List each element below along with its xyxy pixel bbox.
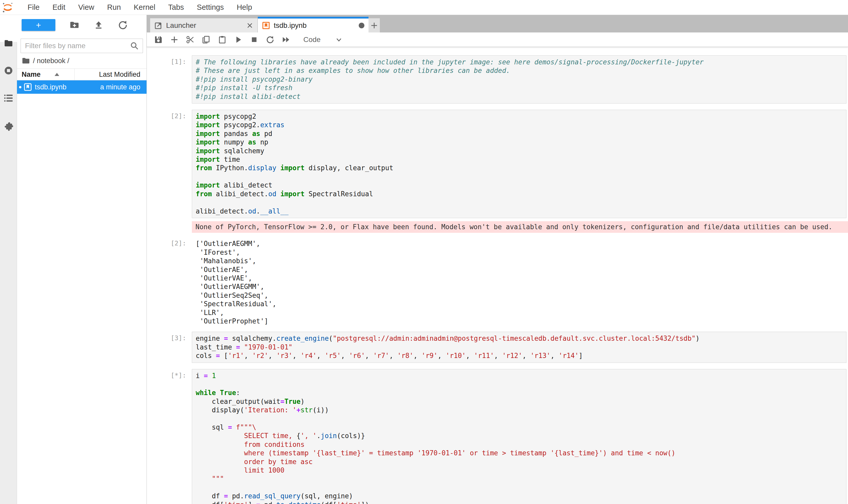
menu-file[interactable]: File [21,3,46,12]
column-header-last-modified[interactable]: Last Modified [74,69,146,80]
code-line: df['time'] = pd.to_datetime(df['time']) [196,501,843,504]
code-line: from alibi_detect.od import SpectralResi… [196,190,843,198]
code-line: SELECT time, {', '.join(cols)} [196,432,843,440]
code-line: 'SpectralResidual', [196,300,843,308]
upload-icon[interactable] [93,20,104,30]
cell-prompt: [1]: [169,55,192,104]
code-line: 'OutlierVAEGMM', [196,283,843,291]
refresh-icon[interactable] [118,20,128,30]
new-launcher-button[interactable]: + [22,19,55,31]
menu-view[interactable]: View [72,3,101,12]
tab-tsdb-ipynb[interactable]: tsdb.ipynb [258,18,368,33]
restart-and-run-all-icon[interactable] [282,35,290,44]
cell-prompt: [*]: [169,369,192,504]
active-tab-stripe [258,17,368,19]
cell-prompt [169,221,192,233]
column-header-name[interactable]: Name [17,71,74,78]
breadcrumb[interactable]: / notebook / [17,53,146,67]
save-icon[interactable] [154,35,163,44]
code-line: 'OutlierSeq2Seq', [196,291,843,300]
new-tab-button[interactable] [368,18,380,33]
filter-files-box[interactable] [21,39,143,53]
file-browser-folder-icon[interactable] [4,38,13,48]
cell-type-dropdown[interactable]: Code [303,36,321,44]
menu-settings[interactable]: Settings [190,3,230,12]
code-line: display('Iteration: '+str(i)) [196,406,843,414]
code-line: import sqlalchemy [196,147,843,155]
copy-cells-icon[interactable] [202,35,211,44]
code-line: from IPython.display import display, cle… [196,164,843,172]
file-browser-toolbar: + [17,15,146,35]
chevron-down-icon[interactable] [336,36,342,43]
close-tab-icon[interactable] [246,22,253,29]
active-sidebar-tab-highlight [0,15,17,42]
menu-edit[interactable]: Edit [46,3,72,12]
code-line: df = pd.read_sql_query(sql, engine) [196,492,843,500]
home-folder-icon[interactable] [22,56,30,65]
restart-kernel-icon[interactable] [266,35,274,44]
code-line: import numpy as np [196,138,843,146]
cell-output: [2]:['OutlierAEGMM', 'IForest', 'Mahalan… [169,237,846,325]
code-line: 'OutlierVAE', [196,274,843,283]
code-line: clear_output(wait=True) [196,397,843,406]
code-line: order by time asc [196,458,843,466]
code-line [196,173,843,181]
file-name: tsdb.ipynb [35,83,67,91]
filter-files-input[interactable] [24,41,130,50]
launcher-icon [154,21,162,30]
unsaved-changes-dot-icon[interactable] [359,23,364,28]
code-line: #!pip install alibi-detect [196,92,843,101]
file-browser-panel: + / notebook / Name [17,15,147,504]
code-line [196,380,843,389]
run-cell-icon[interactable] [234,35,242,44]
stderr-message: None of PyTorch, TensorFlow >= 2.0, or F… [192,221,848,233]
code-line: ['OutlierAEGMM', [196,239,843,248]
paste-cells-icon[interactable] [218,35,227,44]
code-line: 'Mahalanobis', [196,257,843,265]
menu-help[interactable]: Help [230,3,258,12]
cut-cells-icon[interactable] [186,35,195,44]
code-line: where (timestamp '{last_time}' = timesta… [196,449,843,457]
activity-bar [0,15,17,504]
notebook-scroll-area[interactable]: [1]:# The following libraries have alrea… [147,47,848,504]
cell-editor[interactable]: import psycopg2import psycopg2.extrasimp… [192,110,846,218]
insert-cell-below-icon[interactable] [170,35,179,44]
menu-tabs[interactable]: Tabs [162,3,190,12]
tab-launcher[interactable]: Launcher [150,18,258,33]
cell-editor[interactable]: # The following libraries have already b… [192,55,846,104]
menu-kernel[interactable]: Kernel [127,3,162,12]
code-line: import pandas as pd [196,129,843,138]
notebook-cells: [1]:# The following libraries have alrea… [147,47,848,504]
code-line [196,415,843,423]
new-folder-icon[interactable] [69,20,79,30]
code-line [196,198,843,207]
tab-label: tsdb.ipynb [274,21,359,30]
code-line: while True: [196,389,843,397]
code-line: 'LLR', [196,308,843,317]
notebook-toolbar: Code [147,33,848,47]
running-sessions-icon[interactable] [4,66,13,75]
tab-label: Launcher [166,21,246,30]
breadcrumb-path: / notebook / [33,57,69,65]
interrupt-kernel-icon[interactable] [250,35,258,44]
code-line: import time [196,155,843,164]
menu-run[interactable]: Run [101,3,127,12]
menu-bar: File Edit View Run Kernel Tabs Settings … [0,0,848,15]
file-list-header: Name Last Modified [17,69,146,80]
notebook-file-icon [24,83,32,91]
code-line: #!pip install psycopg2-binary [196,75,843,84]
code-cell: [3]:engine = sqlalchemy.create_engine("p… [169,332,846,363]
cell-editor[interactable]: i = 1 while True: clear_output(wait=True… [192,369,846,504]
cell-prompt: [2]: [169,237,192,325]
table-of-contents-icon[interactable] [4,93,13,103]
code-line: # These are just left in as examples to … [196,67,843,75]
code-cell: [1]:# The following libraries have alrea… [169,55,846,104]
file-row-tsdb-ipynb[interactable]: tsdb.ipynb a minute ago [17,80,146,94]
code-line: 'OutlierAE', [196,266,843,274]
running-indicator-dot [19,86,21,88]
code-line: engine = sqlalchemy.create_engine("postg… [196,334,843,343]
extension-manager-puzzle-icon[interactable] [4,121,13,131]
code-line: limit 1000 [196,466,843,475]
cell-prompt: [2]: [169,110,192,218]
cell-editor[interactable]: engine = sqlalchemy.create_engine("postg… [192,332,846,363]
